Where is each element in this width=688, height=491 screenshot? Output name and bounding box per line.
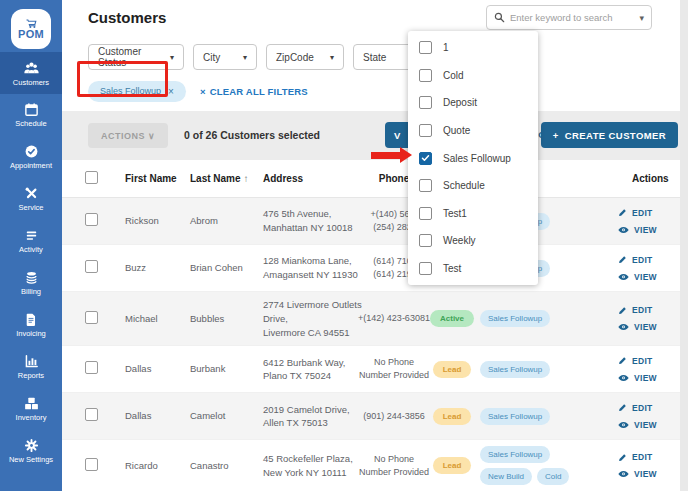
checkbox-unchecked-icon[interactable] <box>419 234 432 247</box>
tag-option-1[interactable]: 1 <box>408 34 538 62</box>
chevron-down-icon[interactable]: ▾ <box>639 13 644 23</box>
view-link[interactable]: VIEW <box>618 373 680 383</box>
tag-option-label: Schedule <box>443 180 485 191</box>
status-badge: Lead <box>433 457 472 474</box>
search-box[interactable]: ▾ <box>486 5 652 30</box>
address-line: Allen TX 75013 <box>263 416 358 430</box>
checkbox-unchecked-icon[interactable] <box>419 124 432 137</box>
edit-link[interactable]: EDIT <box>618 356 680 366</box>
sidebar-item-schedule[interactable]: Schedule <box>0 94 62 136</box>
actions-cell: EDITVIEW <box>604 255 680 282</box>
checkbox-unchecked-icon[interactable] <box>419 262 432 275</box>
header-first-name: First Name <box>118 173 188 184</box>
clear-all-filters-link[interactable]: × CLEAR ALL FILTERS <box>200 86 308 97</box>
sidebar-item-invoicing[interactable]: Invoicing <box>0 304 62 346</box>
row-checkbox[interactable] <box>85 311 98 324</box>
tag-option-cold[interactable]: Cold <box>408 62 538 90</box>
row-checkbox-cell <box>62 310 118 328</box>
filter-select-zipcode[interactable]: ZipCode▾ <box>266 44 344 70</box>
edit-link[interactable]: EDIT <box>618 208 680 218</box>
status-cell: Active <box>430 310 474 327</box>
edit-link[interactable]: EDIT <box>618 255 680 265</box>
last-name-cell: Brian Cohen <box>188 261 258 275</box>
filter-select-city[interactable]: City▾ <box>193 44 257 70</box>
sidebar-item-activity[interactable]: Activity <box>0 220 62 262</box>
row-checkbox-cell <box>62 407 118 425</box>
sidebar-item-inventory[interactable]: Inventory <box>0 388 62 430</box>
edit-link[interactable]: EDIT <box>618 452 680 462</box>
create-customer-label: CREATE CUSTOMER <box>565 130 666 141</box>
checkbox-checked-icon[interactable] <box>419 152 432 165</box>
address-cell: 476 5th Avenue,Manhattan NY 10018 <box>258 207 358 235</box>
table-header-row: First Name Last Name↑ Address Phone Acti… <box>62 160 680 198</box>
select-all-checkbox[interactable] <box>85 171 98 184</box>
search-input[interactable] <box>510 12 634 23</box>
tag-option-test1[interactable]: Test1 <box>408 200 538 228</box>
sidebar-item-label: Service <box>18 203 43 212</box>
tag-option-test[interactable]: Test <box>408 255 538 283</box>
page-title: Customers <box>88 9 166 26</box>
edit-link[interactable]: EDIT <box>618 305 680 315</box>
sidebar-item-appointment[interactable]: Appointment <box>0 136 62 178</box>
filter-select-customer-status[interactable]: Customer Status▾ <box>88 44 184 70</box>
phone-cell: No PhoneNumber Provided <box>358 453 430 479</box>
actions-dropdown-button[interactable]: ACTIONS ∨ <box>88 123 168 148</box>
header-last-name[interactable]: Last Name↑ <box>188 173 258 184</box>
tag-option-quote[interactable]: Quote <box>408 117 538 145</box>
tag-option-schedule[interactable]: Schedule <box>408 172 538 200</box>
view-link[interactable]: VIEW <box>618 420 680 430</box>
sidebar-item-label: Customers <box>13 78 49 87</box>
chevron-down-icon: ▾ <box>170 53 174 62</box>
row-checkbox-cell <box>62 360 118 378</box>
chip-close-icon[interactable]: × <box>168 86 174 97</box>
row-checkbox[interactable] <box>85 361 98 374</box>
status-badge: Lead <box>433 408 472 425</box>
checkbox-unchecked-icon[interactable] <box>419 69 432 82</box>
row-checkbox[interactable] <box>85 458 98 471</box>
row-checkbox[interactable] <box>85 408 98 421</box>
tag-option-label: Test <box>443 263 461 274</box>
tag-option-deposit[interactable]: Deposit <box>408 89 538 117</box>
address-line: 6412 Burbank Way, <box>263 356 358 370</box>
sidebar-item-reports[interactable]: Reports <box>0 346 62 388</box>
sidebar-item-customers[interactable]: Customers <box>0 52 62 94</box>
row-checkbox[interactable] <box>85 260 98 273</box>
edit-link[interactable]: EDIT <box>618 403 680 413</box>
sidebar-item-label: Invoicing <box>16 329 46 338</box>
view-link[interactable]: VIEW <box>618 225 680 235</box>
tag-pill: Cold <box>537 468 569 485</box>
filter-row: Customer Status▾City▾ZipCode▾State▾ <box>88 44 680 70</box>
sidebar-item-new-settings[interactable]: New Settings <box>0 430 62 472</box>
sidebar-item-service[interactable]: Service <box>0 178 62 220</box>
table-row: MichaelBubbles2774 Livermore OutletsDriv… <box>62 292 680 346</box>
tag-option-sales-followup[interactable]: Sales Followup <box>408 144 538 172</box>
app-logo[interactable]: POM <box>0 0 62 52</box>
checkbox-unchecked-icon[interactable] <box>419 179 432 192</box>
tag-option-weekly[interactable]: Weekly <box>408 227 538 255</box>
header-address: Address <box>258 173 358 184</box>
edit-pencil-icon <box>618 255 627 264</box>
checkbox-unchecked-icon[interactable] <box>419 207 432 220</box>
filter-chip-sales-followup[interactable]: Sales Followup × <box>88 81 186 102</box>
sidebar-item-billing[interactable]: Billing <box>0 262 62 304</box>
edit-label: EDIT <box>632 255 653 265</box>
view-link[interactable]: VIEW <box>618 469 680 479</box>
edit-pencil-icon <box>618 208 627 217</box>
view-eye-icon <box>618 273 629 281</box>
create-customer-button[interactable]: +CREATE CUSTOMER <box>541 122 678 148</box>
sidebar-item-label: Billing <box>21 287 41 296</box>
boxes-icon <box>24 396 39 411</box>
checkbox-unchecked-icon[interactable] <box>419 96 432 109</box>
phone-line: Number Provided <box>358 466 430 479</box>
edit-label: EDIT <box>632 208 653 218</box>
filter-select-label: State <box>363 52 386 63</box>
view-link[interactable]: VIEW <box>618 322 680 332</box>
row-checkbox[interactable] <box>85 213 98 226</box>
bar-chart-icon <box>24 354 39 369</box>
phone-cell: No PhoneNumber Provided <box>358 356 430 382</box>
tag-option-label: Sales Followup <box>443 153 511 164</box>
checkbox-unchecked-icon[interactable] <box>419 41 432 54</box>
address-cell: 2774 Livermore OutletsDrive,Livermore CA… <box>258 298 358 339</box>
logo-text: POM <box>18 28 44 40</box>
view-link[interactable]: VIEW <box>618 272 680 282</box>
